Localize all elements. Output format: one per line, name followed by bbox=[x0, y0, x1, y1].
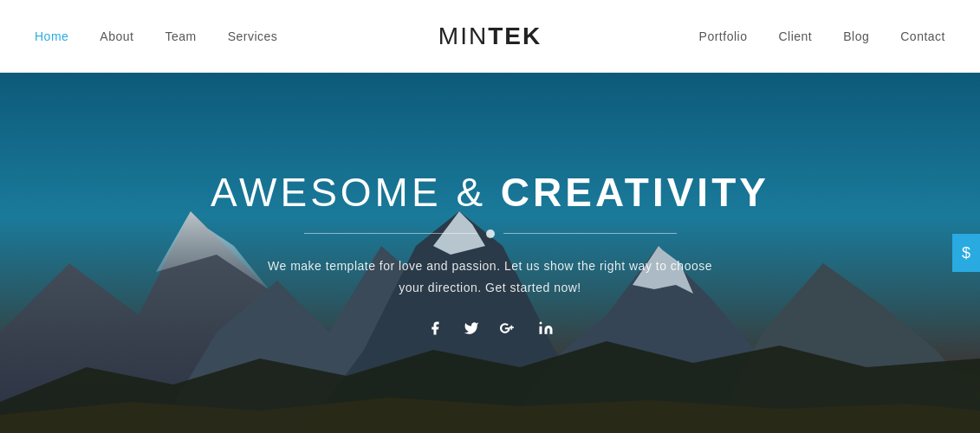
logo-tek: TEK bbox=[488, 23, 542, 49]
divider-line-right bbox=[503, 233, 677, 234]
side-tab[interactable]: $ bbox=[952, 234, 980, 272]
nav-item-contact[interactable]: Contact bbox=[900, 29, 945, 43]
nav-item-about[interactable]: About bbox=[100, 29, 133, 43]
nav-right: Portfolio Client Blog Contact bbox=[699, 29, 945, 43]
nav-item-services[interactable]: Services bbox=[228, 29, 278, 43]
hero-subtitle: We make template for love and passion. L… bbox=[265, 255, 716, 299]
logo[interactable]: MINTEK bbox=[438, 23, 542, 50]
nav-item-team[interactable]: Team bbox=[165, 29, 196, 43]
nav-item-blog[interactable]: Blog bbox=[843, 29, 869, 43]
svg-point-11 bbox=[539, 322, 542, 325]
twitter-icon[interactable] bbox=[464, 320, 479, 336]
nav-item-home[interactable]: Home bbox=[35, 29, 68, 43]
header: Home About Team Services MINTEK Portfoli… bbox=[0, 0, 980, 73]
facebook-icon[interactable] bbox=[427, 320, 443, 336]
divider-dot bbox=[486, 229, 495, 238]
nav-item-client[interactable]: Client bbox=[778, 29, 812, 43]
nav-left: Home About Team Services bbox=[35, 29, 277, 43]
nav-item-portfolio[interactable]: Portfolio bbox=[699, 29, 748, 43]
hero-divider bbox=[211, 229, 769, 238]
hero-content: AWESOME & CREATIVITY We make template fo… bbox=[211, 169, 769, 337]
hero-social bbox=[211, 320, 769, 337]
linkedin-icon[interactable] bbox=[538, 320, 554, 336]
logo-min: MIN bbox=[438, 23, 488, 49]
hero-headline-bold: CREATIVITY bbox=[501, 170, 769, 215]
google-plus-icon[interactable] bbox=[500, 320, 517, 337]
hero-headline: AWESOME & CREATIVITY bbox=[211, 169, 769, 216]
hero-headline-thin: AWESOME & bbox=[211, 170, 501, 215]
divider-line-left bbox=[304, 233, 477, 234]
hero-section: AWESOME & CREATIVITY We make template fo… bbox=[0, 73, 980, 433]
